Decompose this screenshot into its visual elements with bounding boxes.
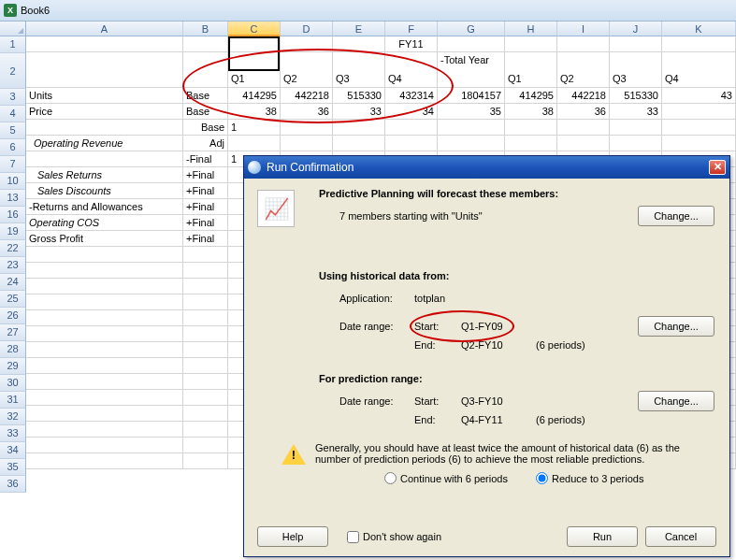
- cell-A3[interactable]: Units: [26, 88, 183, 104]
- cancel-button[interactable]: Cancel: [645, 526, 716, 547]
- change-prediction-button[interactable]: Change...: [638, 391, 714, 411]
- cell-A22[interactable]: Gross Profit: [26, 231, 183, 247]
- row-23[interactable]: 23: [0, 257, 26, 274]
- change-members-button[interactable]: Change...: [638, 206, 714, 226]
- change-historical-button[interactable]: Change...: [638, 316, 714, 337]
- col-C[interactable]: C: [228, 22, 281, 36]
- cell-C4[interactable]: 38: [228, 104, 281, 120]
- cell-A10[interactable]: Sales Returns: [26, 167, 183, 183]
- col-B[interactable]: B: [183, 22, 228, 36]
- row-2[interactable]: 2: [0, 53, 26, 89]
- cell-B6[interactable]: Adj: [183, 136, 228, 151]
- cell-B4[interactable]: Base: [183, 104, 228, 120]
- cell-A19[interactable]: Operating COS: [26, 215, 183, 231]
- cell-A6[interactable]: Operating Revenue: [26, 136, 183, 151]
- row-4[interactable]: 4: [0, 106, 26, 122]
- row-32[interactable]: 32: [0, 409, 26, 425]
- col-A[interactable]: A: [26, 22, 183, 36]
- col-I[interactable]: I: [557, 22, 610, 36]
- select-all-corner[interactable]: [0, 22, 26, 36]
- col-H[interactable]: H: [505, 22, 557, 36]
- cell-I2[interactable]: Q2: [557, 52, 610, 88]
- cell-B7[interactable]: -Final: [183, 151, 228, 167]
- dont-show-checkbox[interactable]: Don't show again: [347, 531, 441, 543]
- cell-I4[interactable]: 36: [557, 104, 610, 120]
- cell-B10[interactable]: +Final: [183, 167, 228, 183]
- cell-E2[interactable]: Q3: [333, 52, 385, 88]
- cell-H4[interactable]: 38: [505, 104, 557, 120]
- close-button[interactable]: ✕: [709, 160, 726, 175]
- cell-F3[interactable]: 432314: [385, 88, 438, 104]
- cell-H2[interactable]: Q1: [505, 52, 557, 88]
- row-3[interactable]: 3: [0, 89, 26, 106]
- radio-continue[interactable]: Continue with 6 periods: [384, 472, 508, 484]
- pred-end-value: Q4-FY11: [461, 414, 536, 425]
- cell-A13[interactable]: Sales Discounts: [26, 183, 183, 199]
- hist-start-value: Q1-FY09: [461, 321, 536, 332]
- row-25[interactable]: 25: [0, 291, 26, 308]
- row-31[interactable]: 31: [0, 392, 26, 409]
- col-G[interactable]: G: [438, 22, 505, 36]
- row-19[interactable]: 19: [0, 223, 26, 240]
- forecast-heading: Predictive Planning will forecast these …: [319, 188, 716, 199]
- row-33[interactable]: 33: [0, 425, 26, 442]
- cell-C5[interactable]: 1: [228, 120, 281, 136]
- row-28[interactable]: 28: [0, 341, 26, 358]
- cell-K3[interactable]: 43: [662, 88, 736, 104]
- row-16[interactable]: 16: [0, 207, 26, 223]
- help-button[interactable]: Help: [257, 526, 328, 547]
- cell-G3[interactable]: 1804157: [438, 88, 505, 104]
- row-27[interactable]: 27: [0, 324, 26, 341]
- cell-C3[interactable]: 414295: [228, 88, 281, 104]
- row-22[interactable]: 22: [0, 240, 26, 257]
- cell-B13[interactable]: +Final: [183, 183, 228, 199]
- year-header[interactable]: FY11: [385, 36, 438, 52]
- row-36[interactable]: 36: [0, 476, 26, 493]
- col-J[interactable]: J: [610, 22, 662, 36]
- row-6[interactable]: 6: [0, 139, 26, 156]
- cell-C2[interactable]: Q1: [228, 52, 281, 88]
- cell-B5[interactable]: Base: [183, 120, 228, 136]
- cell-G2[interactable]: -Total Year: [438, 52, 505, 88]
- column-headers[interactable]: A B C D E F G H I J K: [26, 22, 736, 36]
- row-13[interactable]: 13: [0, 190, 26, 207]
- cell-J4[interactable]: 33: [610, 104, 662, 120]
- run-button[interactable]: Run: [567, 526, 638, 547]
- cell-E3[interactable]: 515330: [333, 88, 385, 104]
- col-D[interactable]: D: [281, 22, 333, 36]
- col-E[interactable]: E: [333, 22, 385, 36]
- cell-A4[interactable]: Price: [26, 104, 183, 120]
- col-K[interactable]: K: [662, 22, 736, 36]
- row-30[interactable]: 30: [0, 375, 26, 392]
- cell-B16[interactable]: +Final: [183, 199, 228, 215]
- cell-I3[interactable]: 442218: [557, 88, 610, 104]
- cell-G4[interactable]: 35: [438, 104, 505, 120]
- cell-H3[interactable]: 414295: [505, 88, 557, 104]
- radio-reduce[interactable]: Reduce to 3 periods: [536, 472, 643, 484]
- dialog-titlebar[interactable]: Run Confirmation ✕: [244, 156, 729, 179]
- row-5[interactable]: 5: [0, 122, 26, 139]
- cell-B19[interactable]: +Final: [183, 215, 228, 231]
- row-headers[interactable]: 1 2 3 4 5 6 7 10 13 16 19 22 23 24 25 26…: [0, 36, 26, 493]
- cell-D3[interactable]: 442218: [281, 88, 333, 104]
- cell-K2[interactable]: Q4: [662, 52, 736, 88]
- row-29[interactable]: 29: [0, 358, 26, 375]
- row-7[interactable]: 7: [0, 156, 26, 173]
- row-34[interactable]: 34: [0, 442, 26, 459]
- row-35[interactable]: 35: [0, 459, 26, 476]
- row-1[interactable]: 1: [0, 36, 26, 53]
- cell-J2[interactable]: Q3: [610, 52, 662, 88]
- row-24[interactable]: 24: [0, 274, 26, 291]
- col-F[interactable]: F: [385, 22, 438, 36]
- row-10[interactable]: 10: [0, 173, 26, 190]
- cell-D2[interactable]: Q2: [281, 52, 333, 88]
- cell-A16[interactable]: -Returns and Allowances: [26, 199, 183, 215]
- cell-D4[interactable]: 36: [281, 104, 333, 120]
- row-26[interactable]: 26: [0, 308, 26, 324]
- cell-B22[interactable]: +Final: [183, 231, 228, 247]
- cell-E4[interactable]: 33: [333, 104, 385, 120]
- cell-F2[interactable]: Q4: [385, 52, 438, 88]
- cell-J3[interactable]: 515330: [610, 88, 662, 104]
- cell-F4[interactable]: 34: [385, 104, 438, 120]
- cell-B3[interactable]: Base: [183, 88, 228, 104]
